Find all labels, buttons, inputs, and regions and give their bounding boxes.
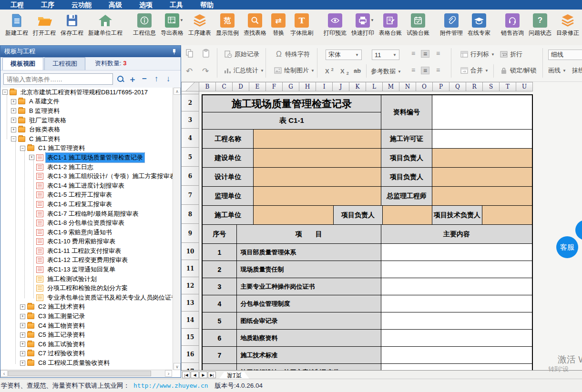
label-cell[interactable]: 建设单位 <box>203 149 254 167</box>
column-header[interactable]: I <box>316 82 333 91</box>
item-no-cell[interactable]: 5 <box>203 312 237 329</box>
input-cell[interactable] <box>254 149 381 167</box>
tree-item[interactable]: 驻厂监理表格 <box>0 116 173 125</box>
last-sheet-icon[interactable] <box>208 372 216 378</box>
input-cell[interactable] <box>254 206 334 224</box>
tree-item[interactable]: C7 过程验收资料 <box>0 349 173 359</box>
erase-line-button[interactable]: 抹线 <box>572 66 582 75</box>
label-cell[interactable]: 总监理工程师 <box>381 187 432 205</box>
item-name-cell[interactable]: 施工组织设计、施工方案编制及审批 <box>237 364 381 370</box>
font-size-select[interactable]: 11 <box>372 50 399 60</box>
undo-button[interactable]: ↶ <box>186 66 193 76</box>
row-header[interactable]: 5 <box>181 148 199 167</box>
tree-item[interactable]: C6 施工试验资料 <box>0 340 173 349</box>
line-style-select[interactable]: 细线 <box>548 50 582 60</box>
collapse-icon[interactable] <box>11 136 16 141</box>
item-name-cell[interactable]: 主要专业工种操作岗位证书 <box>237 278 381 295</box>
row-header[interactable]: 11 <box>181 260 199 277</box>
label-cell[interactable]: 监理单位 <box>203 187 254 205</box>
row-header[interactable]: 15 <box>181 329 199 346</box>
new-project-button[interactable]: 新建工程 <box>3 11 31 38</box>
superscript-button[interactable]: X <box>325 67 334 75</box>
item-no-cell[interactable]: 7 <box>203 347 237 363</box>
table-ledger-button[interactable]: 表格台账 <box>377 11 404 38</box>
export-table-button[interactable]: 导出表格 <box>158 11 186 38</box>
align-middle-button[interactable] <box>421 50 429 58</box>
first-sheet-icon[interactable] <box>182 372 190 378</box>
move-down-icon[interactable] <box>164 74 173 84</box>
prev-sheet-icon[interactable] <box>191 372 199 378</box>
search-input[interactable] <box>3 73 113 85</box>
item-content-cell[interactable] <box>381 364 532 370</box>
project-info-button[interactable]: 工程信息 <box>131 11 158 38</box>
align-left-button[interactable] <box>409 67 418 74</box>
expand-icon[interactable] <box>11 99 16 104</box>
row-header[interactable]: 10 <box>181 243 199 260</box>
item-content-cell[interactable] <box>381 261 532 278</box>
issue-status-button[interactable]: 问题状态 <box>526 11 554 38</box>
column-header[interactable]: O <box>416 82 433 91</box>
sheet-tab[interactable]: 第1页 <box>219 372 249 379</box>
summary-stats-button[interactable]: 汇总统计 <box>223 66 264 75</box>
column-header[interactable]: U <box>516 82 533 91</box>
tree-item[interactable]: 表C1-7 工程临时/最终延期报审表 <box>0 209 173 219</box>
expand-icon[interactable] <box>20 314 25 319</box>
column-header[interactable]: L <box>366 82 383 91</box>
expand-icon[interactable] <box>11 127 16 132</box>
label-cell[interactable]: 工程名称 <box>203 130 254 148</box>
reference-data-button[interactable]: 参考数据 <box>371 67 401 76</box>
doc-number-label-cell[interactable]: 资料编号 <box>381 95 432 129</box>
column-header[interactable]: M <box>383 82 399 91</box>
column-header[interactable]: Q <box>449 82 466 91</box>
row-header[interactable]: 16 <box>181 346 199 363</box>
column-header[interactable]: D <box>233 82 249 91</box>
tree-item-root[interactable]: 北京市建筑工程资料管理规程DB11/T695-2017 <box>0 88 173 97</box>
row-header[interactable]: 17 <box>181 363 199 370</box>
tree-item[interactable]: 台账类表格 <box>0 125 173 134</box>
tree-item[interactable]: 表C1-11 工程款支付报审表 <box>0 246 173 256</box>
label-cell[interactable]: 施工单位 <box>203 206 254 224</box>
expand-icon[interactable] <box>20 342 25 347</box>
tree-item[interactable]: 表C1-6 工程复工报审表 <box>0 200 173 209</box>
tree-item[interactable]: 表C1-3 施工组织设计/（专项）施工方案报审表 <box>0 171 173 181</box>
tree-item[interactable]: C4 施工物资资料 <box>0 321 173 331</box>
menu-process[interactable]: 工序 <box>32 0 63 10</box>
select-all-corner[interactable] <box>181 82 199 91</box>
row-header[interactable]: 6 <box>181 167 199 186</box>
label-cell[interactable]: 项目技术负责人 <box>432 206 482 224</box>
input-cell[interactable] <box>254 130 381 148</box>
new-unit-project-button[interactable]: 新建单位工程 <box>86 11 125 38</box>
scroll-up-icon[interactable]: ∧ <box>174 88 181 95</box>
tree-item[interactable]: C3 施工测量记录 <box>0 312 173 321</box>
online-expert-button[interactable]: 在线专家 <box>465 11 493 38</box>
align-center-button[interactable] <box>421 67 429 74</box>
pin-icon[interactable] <box>171 49 177 54</box>
tree-horizontal-scrollbar[interactable]: ‹ › <box>0 370 172 377</box>
tree-item[interactable]: 专业承包单位资质证书及相关专业人员岗位证书 <box>0 293 173 302</box>
row-header[interactable]: 3 <box>181 111 199 129</box>
collapse-icon[interactable] <box>2 90 8 95</box>
item-name-cell[interactable]: 图纸会审记录 <box>237 312 381 329</box>
paste-button[interactable] <box>202 49 210 58</box>
input-cell[interactable] <box>383 206 432 224</box>
tree-item[interactable]: B 监理资料 <box>0 106 173 116</box>
print-preview-button[interactable]: 打印预览 <box>321 11 349 38</box>
item-name-cell[interactable]: 现场质量责任制 <box>237 261 381 278</box>
search-icon[interactable] <box>116 75 125 83</box>
item-name-cell[interactable]: 项目部质量管理体系 <box>237 244 381 261</box>
tab-project-view[interactable]: 工程视图 <box>44 57 85 70</box>
column-header[interactable]: K <box>349 82 366 91</box>
menu-help[interactable]: 帮助 <box>192 0 222 10</box>
replace-button[interactable]: 替换 <box>269 11 288 38</box>
dropdown-arrow-icon[interactable] <box>180 18 184 22</box>
font-brush-button[interactable]: 字体批刷 <box>288 11 316 38</box>
tab-template-view[interactable]: 模板视图 <box>2 57 43 70</box>
customer-service-button[interactable]: 客服 <box>556 236 578 258</box>
label-cell[interactable]: 设计单位 <box>203 168 254 186</box>
tree-item[interactable]: 表C1-2 施工日志 <box>0 162 173 172</box>
item-name-cell[interactable]: 分包单位管理制度 <box>237 295 381 312</box>
item-content-cell[interactable] <box>381 295 532 312</box>
list-header-content[interactable]: 主要内容 <box>381 225 532 243</box>
column-header[interactable]: T <box>500 82 516 91</box>
input-cell[interactable] <box>482 206 532 224</box>
